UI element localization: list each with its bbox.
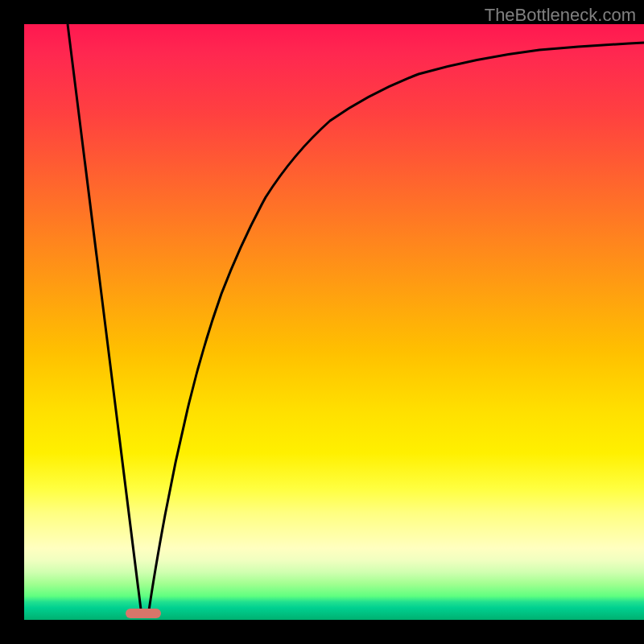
plot-area bbox=[24, 24, 644, 620]
chart-container: TheBottleneck.com bbox=[0, 0, 644, 644]
right-ascent-curve bbox=[148, 43, 644, 616]
left-descent-line bbox=[68, 24, 142, 616]
bottleneck-curve bbox=[24, 24, 644, 620]
bottleneck-marker bbox=[126, 609, 161, 618]
watermark-text: TheBottleneck.com bbox=[485, 5, 636, 26]
